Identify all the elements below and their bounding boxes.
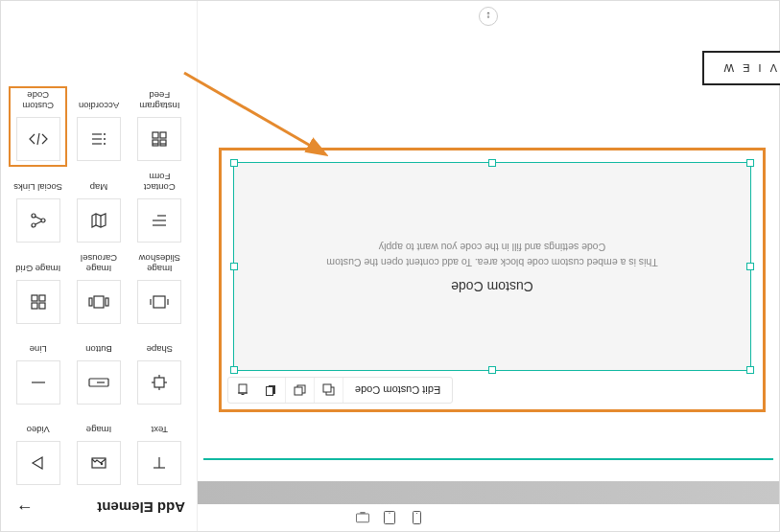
svg-point-45 [32,214,35,218]
line-icon [16,360,60,405]
svg-rect-49 [153,140,158,146]
svg-point-44 [32,223,35,227]
svg-point-3 [390,513,390,514]
insta-icon [137,117,181,161]
duplicate-icon[interactable] [315,378,343,403]
svg-marker-19 [33,457,42,469]
svg-rect-37 [32,295,37,301]
section-divider [203,458,773,460]
svg-rect-4 [357,515,369,523]
svg-rect-20 [154,378,164,387]
image-icon [77,441,121,485]
svg-rect-28 [154,296,165,308]
element-label: Image Grid [15,253,60,274]
svg-rect-35 [32,303,37,309]
element-image[interactable]: Image [73,414,124,485]
text-icon [137,441,181,485]
element-label: Image [86,414,111,435]
placeholder-title: Custom Code [451,279,533,294]
svg-line-46 [35,221,41,224]
video-icon [16,441,60,485]
grid-icon [16,280,60,324]
svg-rect-32 [106,298,108,306]
element-slideshow[interactable]: Image Slideshow [134,252,185,324]
element-label: Button [85,334,111,355]
element-label: Contact Form [134,171,185,193]
element-label: Text [152,414,168,435]
element-label: Image Slideshow [134,252,185,274]
svg-rect-31 [94,296,104,308]
page-strip [198,481,779,504]
panel-title: Add Element [97,500,185,517]
app-frame: Edit Custom Code Custom Code This is a e… [0,0,780,532]
view-button[interactable]: V I E W [702,51,780,85]
element-form[interactable]: Contact Form [134,171,185,243]
element-label: Shape [147,334,173,355]
svg-rect-51 [153,132,158,138]
desktop-icon[interactable] [357,511,370,524]
element-map[interactable]: Map [73,171,124,243]
svg-rect-36 [39,295,45,301]
element-line[interactable]: Line [12,334,63,405]
social-icon [16,198,60,243]
svg-point-1 [416,513,417,514]
svg-line-60 [37,133,39,145]
element-label: Accordion [79,90,119,111]
close-icon[interactable]: → [12,495,37,522]
panel-header: Add Element → [12,485,185,531]
svg-rect-11 [267,387,273,396]
canvas[interactable]: Edit Custom Code Custom Code This is a e… [198,1,779,481]
svg-rect-33 [89,298,92,306]
carousel-icon [77,280,121,324]
svg-rect-50 [160,132,166,138]
element-label: Custom Code [12,90,63,112]
slideshow-icon [137,280,181,324]
add-element-panel: Add Element → TextImageVideoShapeButtonL… [1,1,198,531]
placeholder-description: This is a embed custom code block area. … [319,239,665,269]
edit-custom-code-button[interactable]: Edit Custom Code [343,378,452,403]
element-carousel[interactable]: Image Carousel [73,252,124,324]
mobile-icon[interactable] [411,511,424,524]
element-shape[interactable]: Shape [134,334,185,405]
code-icon [16,117,60,161]
tablet-icon[interactable] [384,511,397,524]
svg-rect-17 [92,458,106,468]
svg-rect-7 [323,385,331,393]
copy-icon[interactable] [257,378,286,403]
element-text[interactable]: Text [134,414,185,485]
svg-rect-9 [295,388,302,396]
element-grid[interactable]: Image Grid [12,252,63,324]
custom-code-block[interactable]: Custom Code This is a embed custom code … [233,162,751,371]
accordion-icon [77,117,121,161]
move-back-icon[interactable] [286,378,315,403]
element-label: Map [90,172,107,193]
element-video[interactable]: Video [12,414,63,485]
element-label: Image Carousel [73,252,124,274]
svg-line-47 [35,217,41,220]
element-label: Line [30,334,47,355]
element-insta[interactable]: Instagram Feed [134,90,185,162]
elements-grid: TextImageVideoShapeButtonLineImage Slide… [12,90,185,485]
svg-rect-34 [39,303,45,309]
element-accordion[interactable]: Accordion [73,90,124,162]
svg-point-43 [41,219,45,222]
svg-point-56 [104,138,106,140]
delete-icon[interactable] [228,378,257,403]
form-icon [137,198,181,243]
button-icon [77,360,121,405]
block-placeholder: Custom Code This is a embed custom code … [234,163,750,370]
element-social[interactable]: Social Links [12,171,63,243]
svg-rect-12 [239,385,247,394]
svg-rect-48 [160,140,166,146]
element-code[interactable]: Custom Code [12,90,63,162]
custom-code-block-highlight: Edit Custom Code Custom Code This is a e… [219,148,766,412]
element-selected-highlight: Custom Code [9,86,67,168]
svg-rect-5 [361,513,366,514]
element-label: Video [27,414,50,435]
section-resize-handle[interactable]: ↕ [479,7,498,26]
element-button[interactable]: Button [73,334,124,405]
element-label: Instagram Feed [134,90,185,112]
svg-point-54 [104,143,106,145]
element-label: Social Links [13,172,62,193]
block-toolbar: Edit Custom Code [227,377,453,404]
